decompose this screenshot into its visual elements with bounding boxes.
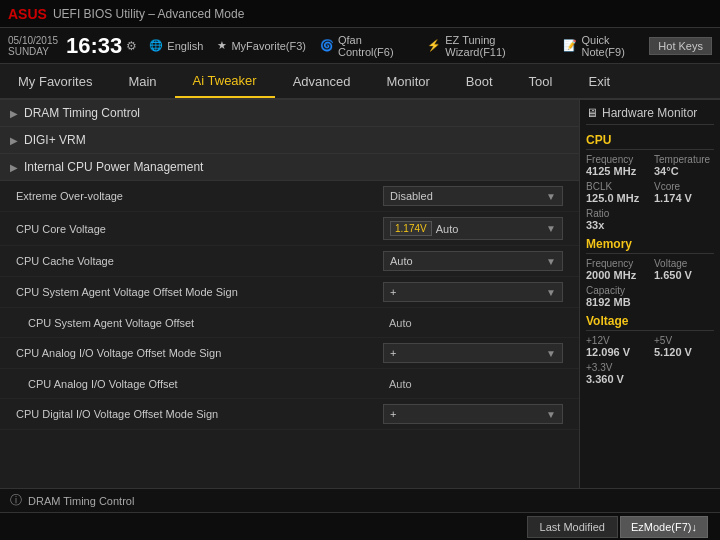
- cpu-sysagent-offset-label: CPU System Agent Voltage Offset: [28, 317, 383, 329]
- cpu-sysagent-sign-label: CPU System Agent Voltage Offset Mode Sig…: [16, 286, 383, 298]
- hw-mem-voltage-col: Voltage 1.650 V: [654, 258, 714, 281]
- clock-bar: 05/10/2015 SUNDAY 16:33 ⚙ 🌐 English ★ My…: [0, 28, 720, 64]
- desc-bar: ⓘ DRAM Timing Control: [0, 488, 720, 512]
- setting-cpu-core-voltage: CPU Core Voltage 1.174V Auto ▼: [0, 212, 579, 246]
- section-digi-vrm[interactable]: ▶ DIGI+ VRM: [0, 127, 579, 154]
- hw-mem-voltage-value: 1.650 V: [654, 269, 714, 281]
- hw-ratio-col: Ratio 33x: [586, 208, 714, 231]
- monitor-icon: 🖥: [586, 106, 598, 120]
- extreme-overvoltage-dropdown[interactable]: Disabled ▼: [383, 186, 563, 206]
- cpu-arrow-icon: ▶: [10, 162, 18, 173]
- extreme-overvoltage-value: Disabled: [390, 190, 433, 202]
- hw-vcore-col: Vcore 1.174 V: [654, 181, 714, 204]
- cpu-analog-sign-dropdown[interactable]: + ▼: [383, 343, 563, 363]
- top-bar: ASUS UEFI BIOS Utility – Advanced Mode: [0, 0, 720, 28]
- hw-mem-freq-col: Frequency 2000 MHz: [586, 258, 646, 281]
- hw-vcore-label: Vcore: [654, 181, 714, 192]
- hw-bclk-value: 125.0 MHz: [586, 192, 646, 204]
- dropdown-arrow-icon-3: ▼: [546, 256, 556, 267]
- myfavorite-icon-item[interactable]: ★ MyFavorite(F3): [217, 39, 306, 52]
- hw-capacity-value: 8192 MB: [586, 296, 714, 308]
- last-modified-button[interactable]: Last Modified: [527, 516, 618, 538]
- hardware-monitor-panel: 🖥 Hardware Monitor CPU Frequency 4125 MH…: [580, 100, 720, 488]
- cpu-sysagent-sign-value: +: [390, 286, 396, 298]
- setting-cpu-sysagent-offset: CPU System Agent Voltage Offset Auto: [0, 308, 579, 338]
- star-icon: ★: [217, 39, 227, 52]
- desc-text: DRAM Timing Control: [28, 495, 134, 507]
- extreme-overvoltage-label: Extreme Over-voltage: [16, 190, 383, 202]
- setting-extreme-overvoltage: Extreme Over-voltage Disabled ▼: [0, 181, 579, 212]
- hw-cpu-temp-label: Temperature: [654, 154, 714, 165]
- main-layout: ▶ DRAM Timing Control ▶ DIGI+ VRM ▶ Inte…: [0, 100, 720, 488]
- hw-voltage-grid: +12V 12.096 V +5V 5.120 V: [586, 335, 714, 358]
- quicknote-icon-item[interactable]: 📝 Quick Note(F9): [563, 34, 649, 58]
- date-section: 05/10/2015 SUNDAY: [8, 35, 58, 57]
- cpu-cache-voltage-dropdown[interactable]: Auto ▼: [383, 251, 563, 271]
- cpu-sysagent-sign-dropdown[interactable]: + ▼: [383, 282, 563, 302]
- hw-voltage-section: Voltage: [586, 314, 714, 331]
- english-icon-item[interactable]: 🌐 English: [149, 39, 203, 52]
- dropdown-arrow-icon: ▼: [546, 191, 556, 202]
- nav-exit[interactable]: Exit: [570, 64, 628, 98]
- hw-monitor-title: 🖥 Hardware Monitor: [586, 106, 714, 125]
- nav-ai-tweaker[interactable]: Ai Tweaker: [175, 64, 275, 98]
- globe-icon: 🌐: [149, 39, 163, 52]
- hw-capacity-col: Capacity 8192 MB: [586, 285, 714, 308]
- cpu-analog-offset-label: CPU Analog I/O Voltage Offset: [28, 378, 383, 390]
- cpu-core-voltage-badge: 1.174V: [390, 221, 432, 236]
- hw-ratio-value: 33x: [586, 219, 714, 231]
- cpu-digital-sign-dropdown[interactable]: + ▼: [383, 404, 563, 424]
- hw-v5-col: +5V 5.120 V: [654, 335, 714, 358]
- hw-v5-label: +5V: [654, 335, 714, 346]
- qfan-icon-item[interactable]: 🌀 Qfan Control(F6): [320, 34, 413, 58]
- cpu-core-voltage-dropdown[interactable]: 1.174V Auto ▼: [383, 217, 563, 240]
- hw-cpu-section: CPU: [586, 133, 714, 150]
- gear-icon[interactable]: ⚙: [126, 39, 137, 53]
- nav-boot[interactable]: Boot: [448, 64, 511, 98]
- dram-arrow-icon: ▶: [10, 108, 18, 119]
- section-cpu-power[interactable]: ▶ Internal CPU Power Management: [0, 154, 579, 181]
- dropdown-arrow-icon-6: ▼: [546, 409, 556, 420]
- date: 05/10/2015: [8, 35, 58, 46]
- clock-time: 16:33: [66, 33, 122, 59]
- cpu-digital-sign-value: +: [390, 408, 396, 420]
- hw-memory-section: Memory: [586, 237, 714, 254]
- nav-monitor[interactable]: Monitor: [369, 64, 448, 98]
- eztuning-label: EZ Tuning Wizard(F11): [445, 34, 549, 58]
- hw-mem-voltage-label: Voltage: [654, 258, 714, 269]
- hotkeys-button[interactable]: Hot Keys: [649, 37, 712, 55]
- hw-cpu-grid: Frequency 4125 MHz Temperature 34°C BCLK…: [586, 154, 714, 204]
- cpu-sysagent-offset-value: Auto: [383, 314, 563, 332]
- hw-monitor-title-text: Hardware Monitor: [602, 106, 697, 120]
- dram-timing-label: DRAM Timing Control: [24, 106, 140, 120]
- cpu-core-voltage-value: Auto: [436, 223, 459, 235]
- section-dram-timing[interactable]: ▶ DRAM Timing Control: [0, 100, 579, 127]
- status-right: Last Modified EzMode(F7)↓: [527, 516, 708, 538]
- hw-memory-grid: Frequency 2000 MHz Voltage 1.650 V: [586, 258, 714, 281]
- ezmode-button[interactable]: EzMode(F7)↓: [620, 516, 708, 538]
- myfavorite-label: MyFavorite(F3): [231, 40, 306, 52]
- cpu-power-label: Internal CPU Power Management: [24, 160, 203, 174]
- hw-v12-col: +12V 12.096 V: [586, 335, 646, 358]
- cpu-analog-sign-value: +: [390, 347, 396, 359]
- content-panel: ▶ DRAM Timing Control ▶ DIGI+ VRM ▶ Inte…: [0, 100, 580, 488]
- hw-capacity-label: Capacity: [586, 285, 714, 296]
- hw-v5-value: 5.120 V: [654, 346, 714, 358]
- nav-advanced[interactable]: Advanced: [275, 64, 369, 98]
- asus-logo: ASUS: [8, 6, 47, 22]
- hw-v12-label: +12V: [586, 335, 646, 346]
- nav-my-favorites[interactable]: My Favorites: [0, 64, 110, 98]
- hw-v12-value: 12.096 V: [586, 346, 646, 358]
- hw-cpu-freq-value: 4125 MHz: [586, 165, 646, 177]
- eztuning-icon-item[interactable]: ⚡ EZ Tuning Wizard(F11): [427, 34, 549, 58]
- cpu-analog-offset-value: Auto: [383, 375, 563, 393]
- quicknote-label: Quick Note(F9): [581, 34, 649, 58]
- cpu-digital-sign-label: CPU Digital I/O Voltage Offset Mode Sign: [16, 408, 383, 420]
- setting-cpu-analog-offset: CPU Analog I/O Voltage Offset Auto: [0, 369, 579, 399]
- nav-main[interactable]: Main: [110, 64, 174, 98]
- settings-area: Extreme Over-voltage Disabled ▼ CPU Core…: [0, 181, 579, 430]
- nav-tool[interactable]: Tool: [511, 64, 571, 98]
- digi-vrm-label: DIGI+ VRM: [24, 133, 86, 147]
- hw-v33-label: +3.3V: [586, 362, 714, 373]
- hw-bclk-col: BCLK 125.0 MHz: [586, 181, 646, 204]
